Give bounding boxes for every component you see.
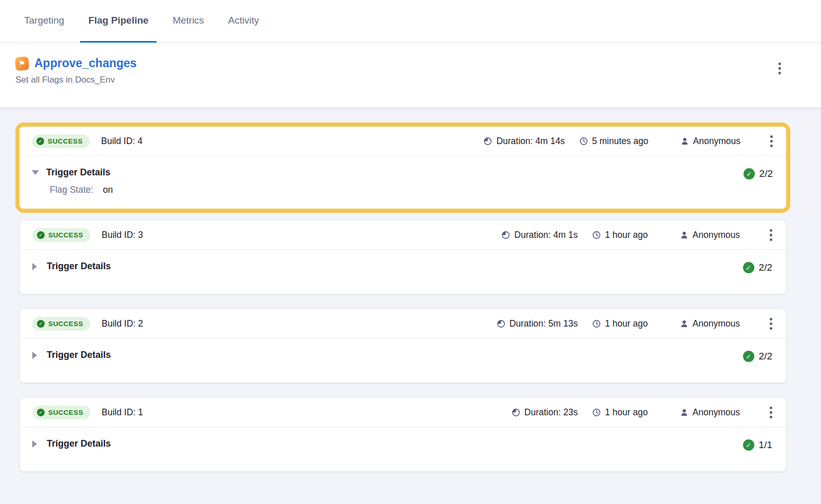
check-circle-icon: ✓ xyxy=(37,320,45,328)
check-circle-icon: ✓ xyxy=(743,351,754,362)
caret-right-icon xyxy=(32,263,37,270)
trigger-details-toggle[interactable]: Trigger Details xyxy=(32,261,743,272)
steps-count: ✓ 1/1 xyxy=(743,439,772,451)
build-card-header: ✓ SUCCESS Build ID: 3 Duration: 4m 1s 1 … xyxy=(20,220,786,249)
tab-targeting[interactable]: Targeting xyxy=(16,0,72,43)
kebab-menu-icon[interactable] xyxy=(775,59,784,77)
build-card-header: ✓ SUCCESS Build ID: 4 Duration: 4m 14s 5… xyxy=(19,127,786,155)
duration: Duration: 5m 13s xyxy=(497,318,578,329)
check-circle-icon: ✓ xyxy=(744,168,755,179)
pie-duration-icon xyxy=(501,231,510,239)
status-label: SUCCESS xyxy=(48,409,83,416)
flag-state-label: Flag State: xyxy=(50,185,93,195)
triggered-by-user: Anonymous xyxy=(680,230,740,240)
status-label: SUCCESS xyxy=(48,320,83,328)
check-circle-icon: ✓ xyxy=(36,137,44,145)
caret-right-icon xyxy=(32,440,37,448)
time-ago: 5 minutes ago xyxy=(579,136,649,147)
status-badge: ✓ SUCCESS xyxy=(32,406,90,419)
check-circle-icon: ✓ xyxy=(37,231,45,239)
triggered-by-user: Anonymous xyxy=(680,407,740,418)
time-ago: 1 hour ago xyxy=(592,230,648,240)
kebab-menu-icon[interactable] xyxy=(767,227,775,243)
duration: Duration: 23s xyxy=(512,407,578,418)
person-icon xyxy=(680,231,689,239)
trigger-details-toggle[interactable]: Trigger Details xyxy=(32,167,744,178)
flag-pipeline-page: Targeting Flag Pipeline Metrics Activity… xyxy=(0,0,821,504)
build-id: Build ID: 2 xyxy=(102,318,143,329)
clock-icon xyxy=(592,408,601,417)
flag-state-row: Flag State: on xyxy=(50,185,744,195)
tab-flag-pipeline[interactable]: Flag Pipeline xyxy=(80,0,157,43)
person-icon xyxy=(680,408,689,417)
build-card-header: ✓ SUCCESS Build ID: 1 Duration: 23s 1 ho… xyxy=(20,398,786,427)
build-id: Build ID: 3 xyxy=(102,230,143,240)
pie-duration-icon xyxy=(497,319,505,328)
status-badge: ✓ SUCCESS xyxy=(32,317,90,331)
duration: Duration: 4m 14s xyxy=(483,136,564,147)
status-badge: ✓ SUCCESS xyxy=(32,134,90,148)
build-card-3: ✓ SUCCESS Build ID: 3 Duration: 4m 1s 1 … xyxy=(19,220,786,294)
kebab-menu-icon[interactable] xyxy=(767,405,775,420)
tab-bar: Targeting Flag Pipeline Metrics Activity xyxy=(0,0,821,43)
trigger-details-toggle[interactable]: Trigger Details xyxy=(32,350,743,360)
kebab-menu-icon[interactable] xyxy=(767,316,775,332)
trigger-details-toggle[interactable]: Trigger Details xyxy=(32,438,743,449)
pie-duration-icon xyxy=(512,408,520,417)
duration: Duration: 4m 1s xyxy=(501,230,578,240)
time-ago: 1 hour ago xyxy=(592,407,648,418)
flag-state-value: on xyxy=(103,185,113,195)
pipeline-title[interactable]: Approve_changes xyxy=(34,56,136,70)
pipeline-subtitle: Set all Flags in Docs_Env xyxy=(15,75,781,85)
caret-right-icon xyxy=(32,352,37,359)
build-card-header: ✓ SUCCESS Build ID: 2 Duration: 5m 13s 1… xyxy=(20,309,786,338)
build-list: ✓ SUCCESS Build ID: 4 Duration: 4m 14s 5… xyxy=(0,107,821,501)
build-card-2: ✓ SUCCESS Build ID: 2 Duration: 5m 13s 1… xyxy=(19,309,786,383)
person-icon xyxy=(680,137,689,146)
build-id: Build ID: 4 xyxy=(101,136,143,147)
clock-icon xyxy=(592,231,601,239)
check-circle-icon: ✓ xyxy=(743,262,754,273)
clock-icon xyxy=(579,137,588,146)
feature-flag-icon: ⚑ xyxy=(15,56,29,71)
pie-duration-icon xyxy=(483,137,492,146)
tab-metrics[interactable]: Metrics xyxy=(164,0,212,43)
time-ago: 1 hour ago xyxy=(592,318,648,329)
check-circle-icon: ✓ xyxy=(37,409,45,416)
steps-count: ✓ 2/2 xyxy=(743,262,772,273)
triggered-by-user: Anonymous xyxy=(680,136,740,147)
check-circle-icon: ✓ xyxy=(743,439,754,451)
highlighted-build-outline: ✓ SUCCESS Build ID: 4 Duration: 4m 14s 5… xyxy=(15,123,790,213)
steps-count: ✓ 2/2 xyxy=(744,168,773,179)
kebab-menu-icon[interactable] xyxy=(767,133,776,149)
status-badge: ✓ SUCCESS xyxy=(32,228,90,242)
status-label: SUCCESS xyxy=(48,231,83,239)
triggered-by-user: Anonymous xyxy=(680,318,740,329)
build-card-1: ✓ SUCCESS Build ID: 1 Duration: 23s 1 ho… xyxy=(19,397,786,472)
steps-count: ✓ 2/2 xyxy=(743,351,772,362)
caret-down-icon xyxy=(32,170,39,175)
person-icon xyxy=(680,319,689,328)
build-card-4: ✓ SUCCESS Build ID: 4 Duration: 4m 14s 5… xyxy=(19,127,786,209)
pipeline-header: ⚑ Approve_changes Set all Flags in Docs_… xyxy=(0,43,821,107)
status-label: SUCCESS xyxy=(48,137,83,145)
tab-activity[interactable]: Activity xyxy=(220,0,267,43)
build-id: Build ID: 1 xyxy=(102,407,143,418)
clock-icon xyxy=(592,319,601,328)
